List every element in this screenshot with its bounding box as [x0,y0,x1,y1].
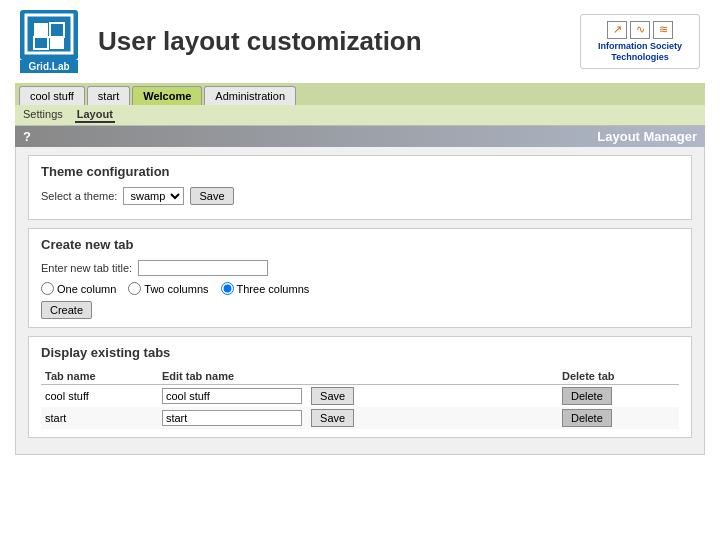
row2-edit-input[interactable] [162,410,302,426]
new-tab-section-title: Create new tab [41,237,679,252]
ist-icon-2: ∿ [630,21,650,39]
theme-form-row: Select a theme: swamp default blue Save [41,187,679,205]
layout-manager-header: ? Layout Manager [15,126,705,147]
tab-start[interactable]: start [87,86,130,105]
existing-tabs-table: Tab name Edit tab name Delete tab cool s… [41,368,679,429]
row1-save-button[interactable]: Save [311,387,354,405]
two-columns-radio[interactable] [128,282,141,295]
one-column-radio[interactable] [41,282,54,295]
row2-delete-cell: Delete [558,407,679,429]
row2-save-button[interactable]: Save [311,409,354,427]
theme-select-label: Select a theme: [41,190,117,202]
sub-nav-layout[interactable]: Layout [75,107,115,123]
create-tab-button[interactable]: Create [41,301,92,319]
ist-title: Information Society Technologies [598,41,682,63]
layout-manager-title: Layout Manager [597,129,697,144]
help-question[interactable]: ? [23,129,31,144]
gridlab-logo: Grid.Lab [20,10,78,73]
sub-nav-settings[interactable]: Settings [21,107,65,123]
page-title: User layout customization [98,26,580,57]
tab-welcome[interactable]: Welcome [132,86,202,105]
table-row: cool stuff Save Delete [41,385,679,408]
tab-bar: cool stuff start Welcome Administration [15,83,705,105]
existing-tabs-section: Display existing tabs Tab name Edit tab … [28,336,692,438]
new-tab-input-label: Enter new tab title: [41,262,132,274]
row2-delete-button[interactable]: Delete [562,409,612,427]
row1-edit-cell: Save [158,385,558,408]
new-tab-section: Create new tab Enter new tab title: One … [28,228,692,328]
svg-rect-2 [34,23,48,37]
two-columns-label[interactable]: Two columns [128,282,208,295]
col-edit-name: Edit tab name [158,368,558,385]
sub-nav: Settings Layout [15,105,705,126]
row1-delete-button[interactable]: Delete [562,387,612,405]
tab-cool-stuff[interactable]: cool stuff [19,86,85,105]
new-tab-form-row: Enter new tab title: [41,260,679,276]
one-column-label[interactable]: One column [41,282,116,295]
ist-icon-1: ↗ [607,21,627,39]
col-tab-name: Tab name [41,368,158,385]
theme-select[interactable]: swamp default blue [123,187,184,205]
table-row: start Save Delete [41,407,679,429]
three-columns-radio[interactable] [221,282,234,295]
col-delete: Delete tab [558,368,679,385]
svg-rect-5 [50,37,64,49]
row2-edit-cell: Save [158,407,558,429]
three-columns-label[interactable]: Three columns [221,282,310,295]
row1-tab-name: cool stuff [41,385,158,408]
content-area: Theme configuration Select a theme: swam… [15,147,705,455]
column-radio-group: One column Two columns Three columns [41,282,679,295]
ist-icon-3: ≋ [653,21,673,39]
existing-tabs-title: Display existing tabs [41,345,679,360]
theme-save-button[interactable]: Save [190,187,233,205]
row1-delete-cell: Delete [558,385,679,408]
theme-section: Theme configuration Select a theme: swam… [28,155,692,220]
ist-logo: ↗ ∿ ≋ Information Society Technologies [580,14,700,69]
new-tab-title-input[interactable] [138,260,268,276]
tab-administration[interactable]: Administration [204,86,296,105]
row2-tab-name: start [41,407,158,429]
gridlab-label: Grid.Lab [20,60,78,73]
row1-edit-input[interactable] [162,388,302,404]
theme-section-title: Theme configuration [41,164,679,179]
